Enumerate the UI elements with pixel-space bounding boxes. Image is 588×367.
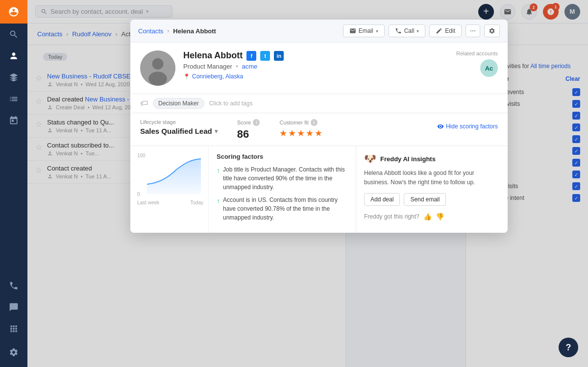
lifecycle-value-text: Sales Qualified Lead bbox=[140, 127, 212, 135]
contact-name: Helena Abbott bbox=[183, 50, 243, 61]
customer-fit-col: Customer fit i ★ ★ ★ ★ ★ bbox=[279, 119, 322, 139]
call-button[interactable]: Call ▾ bbox=[389, 24, 426, 37]
freddy-title: Freddy AI insights bbox=[380, 155, 436, 163]
freddy-panel: 🐶 Freddy AI insights Helena Abbott looks… bbox=[356, 146, 508, 233]
freddy-actions: Add deal Send email bbox=[364, 193, 500, 206]
sidebar-item-phone[interactable] bbox=[0, 275, 27, 296]
help-button[interactable]: ? bbox=[559, 338, 578, 357]
factor-item-1: ↑ Job title is Product Manager. Contacts… bbox=[217, 165, 348, 192]
sidebar-item-search[interactable] bbox=[0, 24, 27, 45]
lifecycle-value[interactable]: Sales Qualified Lead ▾ bbox=[140, 127, 218, 135]
star-1: ★ bbox=[279, 128, 287, 139]
sidebar-item-apps[interactable] bbox=[0, 318, 27, 340]
avatar-image bbox=[140, 50, 175, 86]
modal-breadcrumb-sep: › bbox=[167, 27, 169, 34]
more-button[interactable]: ⋯ bbox=[466, 24, 480, 37]
lifecycle-grid: Lifecycle stage Sales Qualified Lead ▾ S… bbox=[140, 119, 498, 141]
call-icon bbox=[395, 27, 402, 34]
settings-button[interactable] bbox=[484, 24, 500, 37]
contact-role: Product Manager • acme bbox=[183, 63, 448, 70]
customer-fit-label-text: Customer fit bbox=[279, 120, 308, 125]
chart-labels: Last week Today bbox=[137, 200, 203, 205]
tags-row: 🏷 Decision Maker Click to add tags bbox=[130, 94, 508, 113]
hide-scoring-label: Hide scoring factors bbox=[446, 123, 498, 130]
contact-company[interactable]: acme bbox=[242, 63, 258, 70]
factor-text-1: Job title is Product Manager. Contacts w… bbox=[223, 165, 348, 192]
score-value: 86 bbox=[237, 128, 249, 141]
freddy-text: Helena Abbott looks like a good fit for … bbox=[364, 169, 500, 187]
contact-name-row: Helena Abbott f t in bbox=[183, 50, 448, 61]
call-caret: ▾ bbox=[416, 28, 419, 34]
modal-overlay[interactable]: Contacts › Helena Abbott Email ▾ Call ▾ … bbox=[27, 0, 588, 367]
hide-scoring-button[interactable]: Hide scoring factors bbox=[437, 123, 498, 130]
modal-header: Contacts › Helena Abbott Email ▾ Call ▾ … bbox=[130, 20, 508, 43]
linkedin-icon[interactable]: in bbox=[274, 51, 284, 61]
score-label-text: Score bbox=[237, 120, 251, 125]
email-button[interactable]: Email ▾ bbox=[343, 24, 385, 37]
related-accounts-title: Related accounts bbox=[456, 50, 498, 56]
factor-item-2: ↑ Account is in US. Contacts from this c… bbox=[217, 196, 348, 222]
score-label: Score i bbox=[237, 119, 260, 126]
scoring-factors-panel: Scoring factors ↑ Job title is Product M… bbox=[209, 146, 356, 233]
score-chart bbox=[147, 155, 201, 194]
factor-text-2: Account is in US. Contacts from this cou… bbox=[223, 196, 348, 222]
sidebar-item-deals[interactable] bbox=[0, 67, 27, 88]
related-accounts: Related accounts Ac bbox=[456, 50, 498, 77]
edit-icon bbox=[436, 27, 442, 34]
tag-decision-maker[interactable]: Decision Maker bbox=[153, 98, 204, 109]
edit-label: Edit bbox=[445, 27, 455, 34]
freddy-feedback-text: Freddy got this right? bbox=[364, 213, 419, 220]
tag-add[interactable]: Click to add tags bbox=[209, 100, 253, 107]
thumbs-down-icon[interactable]: 👎 bbox=[436, 213, 444, 220]
tag-icon: 🏷 bbox=[140, 99, 148, 108]
call-label: Call bbox=[404, 27, 415, 34]
score-value-display: 86 bbox=[237, 128, 260, 141]
contact-details: Helena Abbott f t in Product Manager • a… bbox=[183, 50, 448, 80]
lifecycle-row: Lifecycle stage Sales Qualified Lead ▾ S… bbox=[130, 113, 508, 146]
factor-arrow-1: ↑ bbox=[217, 166, 220, 176]
star-2: ★ bbox=[288, 128, 296, 139]
sidebar-item-contacts[interactable] bbox=[0, 45, 27, 67]
freddy-icon: 🐶 bbox=[364, 153, 376, 165]
send-email-button[interactable]: Send email bbox=[404, 193, 446, 206]
svg-point-2 bbox=[148, 72, 167, 86]
eye-icon bbox=[437, 123, 444, 130]
facebook-icon[interactable]: f bbox=[246, 51, 256, 61]
modal-contact-name-breadcrumb: Helena Abbott bbox=[173, 27, 216, 35]
chart-container: 100 0 bbox=[137, 153, 201, 197]
add-deal-button[interactable]: Add deal bbox=[364, 193, 400, 206]
contact-avatar bbox=[140, 50, 175, 86]
modal-breadcrumb-contacts[interactable]: Contacts bbox=[138, 27, 163, 35]
score-col: Score i 86 bbox=[237, 119, 260, 141]
chart-min-label: 0 bbox=[137, 192, 140, 197]
sidebar-item-activities[interactable] bbox=[0, 110, 27, 131]
edit-button[interactable]: Edit bbox=[429, 24, 462, 37]
sidebar-item-chat[interactable] bbox=[0, 296, 27, 318]
scoring-panel: 100 0 Last week bbox=[130, 146, 508, 233]
contact-location[interactable]: Connieberg, Alaska bbox=[183, 73, 448, 80]
contact-role-text: Product Manager bbox=[183, 63, 232, 70]
chart-from-label: Last week bbox=[137, 200, 159, 205]
factor-arrow-2: ↑ bbox=[217, 196, 220, 206]
email-label: Email bbox=[359, 27, 373, 34]
contact-modal: Contacts › Helena Abbott Email ▾ Call ▾ … bbox=[130, 20, 508, 233]
modal-contact-info: Helena Abbott f t in Product Manager • a… bbox=[130, 43, 508, 94]
sidebar-item-reports[interactable] bbox=[0, 88, 27, 110]
freddy-header: 🐶 Freddy AI insights bbox=[364, 153, 500, 165]
thumbs-up-icon[interactable]: 👍 bbox=[423, 213, 432, 220]
freddy-feedback: Freddy got this right? 👍 👎 bbox=[364, 213, 500, 220]
lifecycle-label-text: Lifecycle stage bbox=[140, 119, 176, 125]
scoring-factors-title: Scoring factors bbox=[217, 153, 348, 160]
customer-fit-info-icon[interactable]: i bbox=[311, 119, 318, 126]
lifecycle-caret: ▾ bbox=[215, 128, 218, 135]
sidebar-item-settings[interactable] bbox=[0, 342, 27, 363]
twitter-icon[interactable]: t bbox=[260, 51, 270, 61]
star-4: ★ bbox=[306, 128, 314, 139]
account-chip[interactable]: Ac bbox=[480, 59, 498, 77]
lifecycle-stage-col: Lifecycle stage Sales Qualified Lead ▾ bbox=[140, 119, 218, 135]
score-info-icon[interactable]: i bbox=[253, 119, 260, 126]
chart-to-label: Today bbox=[190, 200, 203, 205]
email-icon bbox=[349, 27, 356, 34]
app-logo[interactable] bbox=[0, 0, 27, 24]
customer-fit-label: Customer fit i bbox=[279, 119, 322, 126]
